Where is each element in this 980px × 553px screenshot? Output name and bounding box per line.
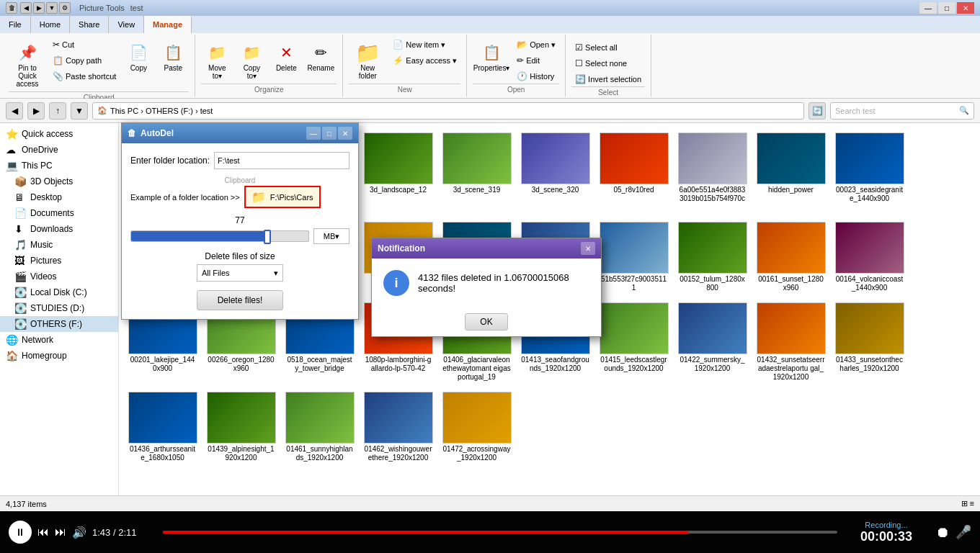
pause-button[interactable]: ⏸ — [9, 521, 32, 544]
copy-to-button[interactable]: 📁 Copy to▾ — [236, 37, 267, 84]
file-item[interactable]: 3d_landscape_12 — [360, 129, 436, 215]
file-size-slider[interactable] — [130, 230, 309, 242]
up-button[interactable]: ↑ — [49, 102, 66, 120]
sidebar-item-pictures[interactable]: 🖼 Pictures — [0, 253, 118, 269]
file-item[interactable]: 00164_volcaniccoast_1440x900 — [832, 218, 907, 296]
slider-thumb — [264, 230, 271, 244]
copy-button[interactable]: 📄 Copy — [122, 37, 154, 81]
file-item[interactable]: hidden_power — [753, 129, 829, 215]
autodel-minimize-button[interactable]: — — [306, 127, 321, 140]
sidebar-item-network[interactable]: 🌐 Network — [0, 332, 118, 348]
file-item[interactable]: 00023_seasidegranite_1440x900 — [832, 129, 907, 215]
minimize-button[interactable]: — — [919, 2, 937, 14]
sidebar-item-music[interactable]: 🎵 Music — [0, 237, 118, 253]
autodel-maximize-button[interactable]: □ — [322, 127, 337, 140]
sidebar-item-local-disk[interactable]: 💽 Local Disk (C:) — [0, 284, 118, 300]
skip-forward-button[interactable]: ⏭ — [55, 526, 66, 539]
cut-button[interactable]: ✂ Cut — [49, 37, 120, 52]
volume-button[interactable]: 🔊 — [72, 526, 86, 539]
back-button[interactable]: ◀ — [6, 102, 23, 120]
sidebar-item-this-pc[interactable]: 💻 This PC — [0, 158, 118, 174]
notification-title-text: Notification — [378, 243, 425, 253]
file-item[interactable]: 01415_leedscastlegrounds_1920x1200 — [596, 299, 672, 385]
forward-button[interactable]: ▶ — [27, 102, 45, 120]
invert-selection-button[interactable]: 🔄 Invert selection — [571, 72, 645, 86]
file-item[interactable]: 05_r8v10red — [596, 129, 672, 215]
sidebar-item-studies[interactable]: 💽 STUDIES (D:) — [0, 300, 118, 316]
sidebar-item-homegroup[interactable]: 🏠 Homegroup — [0, 348, 118, 364]
video-progress-bar[interactable] — [163, 531, 837, 534]
edit-button[interactable]: ✏ Edit — [513, 53, 559, 68]
new-folder-button[interactable]: 📁 New folder — [349, 37, 386, 84]
sidebar-item-videos[interactable]: 🎬 Videos — [0, 269, 118, 284]
rename-button[interactable]: ✏ Rename — [305, 37, 337, 81]
history-button[interactable]: 🕐 History — [513, 69, 559, 84]
tab-file[interactable]: File — [0, 16, 31, 33]
file-item[interactable]: 01439_alpinesight_1920x1200 — [203, 388, 279, 466]
skip-back-button[interactable]: ⏮ — [37, 526, 49, 539]
paste-button[interactable]: 📋 Paste — [157, 37, 189, 81]
ok-button[interactable]: OK — [465, 313, 508, 331]
file-item[interactable]: 3d_scene_319 — [439, 129, 514, 215]
tab-view[interactable]: View — [109, 16, 144, 33]
refresh-button[interactable]: 🔄 — [808, 102, 826, 120]
search-box[interactable]: Search test 🔍 — [830, 102, 974, 120]
down-icon[interactable]: ▼ — [46, 2, 58, 14]
file-name: 00201_lakejipe_1440x900 — [128, 356, 197, 373]
open-button[interactable]: 📂 Open ▾ — [513, 37, 559, 52]
sidebar-item-others[interactable]: 💽 OTHERS (F:) — [0, 316, 118, 332]
tab-home[interactable]: Home — [31, 16, 70, 33]
file-item[interactable]: 3d_scene_320 — [517, 129, 593, 215]
tab-manage[interactable]: Manage — [144, 16, 192, 33]
file-item[interactable]: 01472_acrossingway_1920x1200 — [439, 388, 514, 466]
delete-button[interactable]: ✕ Delete — [270, 37, 302, 81]
file-item[interactable]: 01422_summersky_1920x1200 — [674, 299, 750, 385]
file-item[interactable]: 6a00e551a4e0f38833019b015b754f970c — [674, 129, 750, 215]
file-item[interactable]: 01462_wishingouwerethere_1920x1200 — [360, 388, 436, 466]
file-thumbnail — [678, 132, 747, 184]
address-path[interactable]: 🏠 This PC › OTHERS (F:) › test — [92, 102, 804, 120]
paste-shortcut-button[interactable]: 📎 Paste shortcut — [49, 69, 120, 84]
move-to-button[interactable]: 📁 Move to▾ — [201, 37, 233, 84]
select-none-button[interactable]: ☐ Select none — [571, 56, 645, 71]
slider-unit: MB ▾ — [313, 228, 349, 244]
notification-close-button[interactable]: ✕ — [581, 242, 595, 255]
customize-icon[interactable]: ⚙ — [59, 2, 71, 14]
search-icon: 🔍 — [959, 106, 969, 115]
forward-icon[interactable]: ▶ — [33, 2, 45, 14]
select-all-button[interactable]: ☑ Select all — [571, 40, 645, 55]
file-item[interactable]: 01432_sunsetatseerradaestrelaportu gal_1… — [753, 299, 829, 385]
notification-title-bar: Notification ✕ — [372, 238, 601, 258]
sidebar-item-desktop[interactable]: 🖥 Desktop — [0, 189, 118, 205]
new-item-button[interactable]: 📄 New item ▾ — [389, 37, 460, 52]
folder-location-input[interactable] — [214, 152, 349, 169]
ribbon: File Home Share View Manage 📌 Pin to Qui… — [0, 16, 980, 99]
file-item[interactable]: 00152_tulum_1280x800 — [674, 218, 750, 296]
delete-files-button[interactable]: Delete files! — [197, 290, 283, 310]
autodel-close-button[interactable]: ✕ — [338, 127, 352, 140]
sidebar-item-onedrive[interactable]: ☁ OneDrive — [0, 142, 118, 158]
sidebar-item-3d-objects[interactable]: 📦 3D Objects — [0, 174, 118, 189]
properties-button[interactable]: 📋 Properties▾ — [473, 37, 510, 81]
quick-access-icons: ◀ ▶ ▼ ⚙ — [20, 2, 71, 14]
tab-share[interactable]: Share — [70, 16, 109, 33]
file-thumbnail — [835, 222, 904, 274]
all-files-dropdown[interactable]: All Files ▾ — [197, 264, 283, 282]
file-item[interactable]: 01436_arthursseanite_1680x1050 — [125, 388, 200, 466]
back-icon[interactable]: ◀ — [20, 2, 32, 14]
sidebar-item-documents[interactable]: 📄 Documents — [0, 205, 118, 221]
maximize-button[interactable]: □ — [938, 2, 956, 14]
file-item[interactable]: 01461_sunnyhighlands_1920x1200 — [282, 388, 357, 466]
file-item[interactable]: 51b553f27c90035111 — [596, 218, 672, 296]
easy-access-button[interactable]: ⚡ Easy access ▾ — [389, 53, 460, 68]
file-item[interactable]: 00161_sunset_1280x960 — [753, 218, 829, 296]
record-button[interactable]: ⏺ — [935, 524, 950, 541]
pin-to-quick-access-button[interactable]: 📌 Pin to Quick access — [9, 37, 46, 91]
sidebar-item-downloads[interactable]: ⬇ Downloads — [0, 221, 118, 237]
file-item[interactable]: 01433_sunsetonthecharles_1920x1200 — [832, 299, 907, 385]
recent-button[interactable]: ▼ — [71, 102, 88, 120]
copy-path-button[interactable]: 📋 Copy path — [49, 53, 120, 68]
microphone-button[interactable]: 🎤 — [956, 524, 971, 540]
sidebar-item-quick-access[interactable]: ⭐ Quick access — [0, 126, 118, 142]
close-button[interactable]: ✕ — [957, 2, 974, 14]
